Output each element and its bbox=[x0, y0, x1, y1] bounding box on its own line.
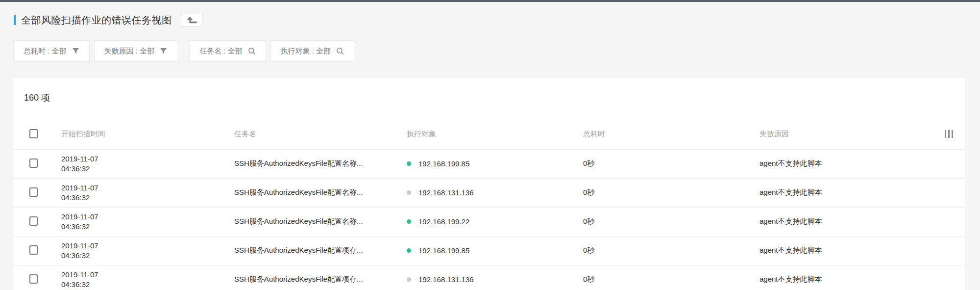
table-row[interactable]: 2019-11-0704:36:32 SSH服务AuthorizedKeysFi… bbox=[13, 178, 965, 207]
task-name-cell: SSH服务AuthorizedKeysFile配置项存... bbox=[234, 265, 407, 290]
select-all-checkbox[interactable] bbox=[29, 129, 38, 138]
column-header-target: 执行对象 bbox=[407, 120, 583, 149]
duration-cell: 0秒 bbox=[583, 149, 760, 178]
target-ip: 192.168.199.22 bbox=[418, 217, 469, 226]
fail-reason-cell: agent不支持此脚本 bbox=[760, 149, 943, 178]
fail-reason-cell: agent不支持此脚本 bbox=[760, 236, 943, 265]
target-status-dot bbox=[407, 219, 411, 224]
title-accent-bar bbox=[14, 15, 16, 25]
start-time-cell: 2019-11-0704:36:32 bbox=[61, 241, 234, 261]
task-table-card: 160 项 开始扫描时间 任务名 执行对象 总耗时 失败原因 bbox=[13, 78, 965, 290]
start-time-cell: 2019-11-0704:36:32 bbox=[61, 212, 234, 232]
filter-chip-label: 执行对象 : 全部 bbox=[281, 47, 331, 56]
go-up-level-button[interactable] bbox=[181, 14, 202, 26]
filter-chip-target[interactable]: 执行对象 : 全部 bbox=[270, 40, 355, 62]
table-row[interactable]: 2019-11-0704:36:32 SSH服务AuthorizedKeysFi… bbox=[13, 265, 965, 290]
duration-cell: 0秒 bbox=[583, 178, 760, 207]
column-header-start-time: 开始扫描时间 bbox=[61, 120, 234, 149]
target-status-dot bbox=[407, 190, 411, 195]
target-ip: 192.168.131.136 bbox=[418, 188, 474, 197]
task-name-cell: SSH服务AuthorizedKeysFile配置项存... bbox=[234, 236, 407, 265]
top-border-bar bbox=[0, 0, 980, 2]
fail-reason-cell: agent不支持此脚本 bbox=[760, 178, 943, 207]
row-checkbox[interactable] bbox=[29, 245, 38, 255]
duration-cell: 0秒 bbox=[583, 265, 760, 290]
task-name-cell: SSH服务AuthorizedKeysFile配置名称... bbox=[234, 149, 407, 178]
filter-chip-label: 总耗时 : 全部 bbox=[24, 47, 67, 56]
page-header: 全部风险扫描作业的错误任务视图 bbox=[14, 14, 980, 26]
table-row[interactable]: 2019-11-0704:36:32 SSH服务AuthorizedKeysFi… bbox=[13, 207, 965, 236]
filter-chip-duration[interactable]: 总耗时 : 全部 bbox=[13, 40, 90, 62]
row-checkbox[interactable] bbox=[29, 274, 38, 284]
target-cell: 192.168.199.85 bbox=[407, 159, 583, 168]
page-title: 全部风险扫描作业的错误任务视图 bbox=[21, 14, 172, 27]
result-count: 160 项 bbox=[13, 78, 965, 120]
filter-bar: 总耗时 : 全部 失败原因 : 全部 任务名 : 全部 执行对象 : 全部 bbox=[13, 40, 980, 62]
target-cell: 192.168.199.85 bbox=[407, 246, 583, 255]
row-checkbox[interactable] bbox=[29, 216, 38, 226]
target-status-dot bbox=[407, 277, 411, 282]
filter-chip-label: 失败原因 : 全部 bbox=[104, 47, 155, 56]
task-name-cell: SSH服务AuthorizedKeysFile配置名称... bbox=[234, 178, 407, 207]
target-cell: 192.168.131.136 bbox=[407, 188, 583, 197]
error-task-table: 开始扫描时间 任务名 执行对象 总耗时 失败原因 2019-11-0704:36… bbox=[13, 120, 965, 290]
target-status-dot bbox=[407, 248, 411, 253]
start-time-cell: 2019-11-0704:36:32 bbox=[61, 183, 234, 203]
table-header-row: 开始扫描时间 任务名 执行对象 总耗时 失败原因 bbox=[13, 120, 965, 149]
funnel-filter-icon bbox=[72, 48, 79, 54]
table-row[interactable]: 2019-11-0704:36:32 SSH服务AuthorizedKeysFi… bbox=[13, 236, 965, 265]
level-up-arrow-icon bbox=[185, 16, 198, 25]
column-header-task-name: 任务名 bbox=[234, 120, 407, 149]
target-status-dot bbox=[407, 161, 411, 166]
target-ip: 192.168.199.85 bbox=[418, 246, 469, 255]
target-ip: 192.168.199.85 bbox=[418, 159, 469, 168]
duration-cell: 0秒 bbox=[583, 236, 760, 265]
filter-chip-fail-reason[interactable]: 失败原因 : 全部 bbox=[94, 40, 178, 62]
target-cell: 192.168.199.22 bbox=[407, 217, 583, 226]
search-icon bbox=[248, 47, 256, 55]
task-name-cell: SSH服务AuthorizedKeysFile配置名称... bbox=[234, 207, 407, 236]
target-ip: 192.168.131.136 bbox=[418, 275, 474, 284]
filter-group-divider bbox=[185, 41, 185, 61]
column-header-fail-reason: 失败原因 bbox=[760, 120, 943, 149]
start-time-cell: 2019-11-0704:36:32 bbox=[61, 270, 234, 290]
fail-reason-cell: agent不支持此脚本 bbox=[760, 207, 943, 236]
row-checkbox[interactable] bbox=[29, 187, 38, 197]
row-checkbox[interactable] bbox=[29, 158, 38, 168]
column-settings-icon[interactable] bbox=[943, 129, 955, 139]
start-time-cell: 2019-11-0704:36:32 bbox=[61, 154, 234, 174]
duration-cell: 0秒 bbox=[583, 207, 760, 236]
search-icon bbox=[336, 47, 344, 55]
filter-chip-label: 任务名 : 全部 bbox=[199, 47, 243, 56]
column-header-duration: 总耗时 bbox=[583, 120, 760, 149]
filter-chip-task-name[interactable]: 任务名 : 全部 bbox=[189, 40, 266, 62]
table-row[interactable]: 2019-11-0704:36:32 SSH服务AuthorizedKeysFi… bbox=[13, 149, 965, 178]
fail-reason-cell: agent不支持此脚本 bbox=[760, 265, 943, 290]
funnel-filter-icon bbox=[160, 48, 167, 54]
target-cell: 192.168.131.136 bbox=[407, 275, 583, 284]
